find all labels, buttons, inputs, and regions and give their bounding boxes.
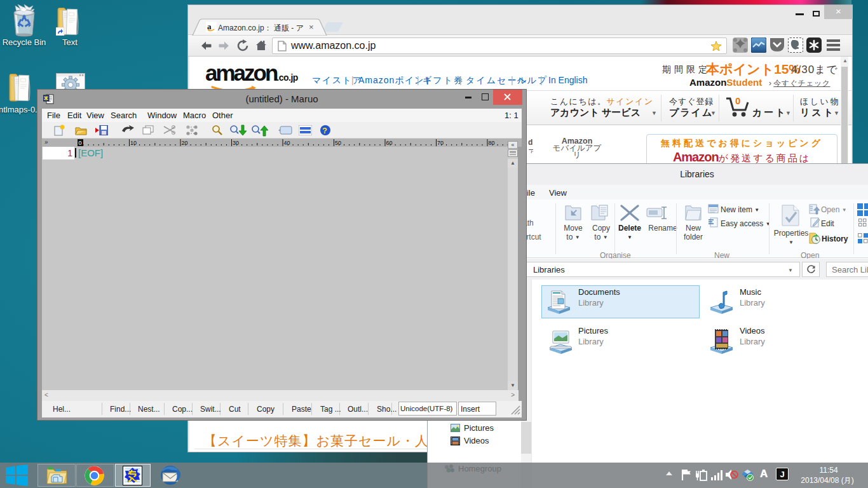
- svg-text:50: 50: [335, 140, 341, 146]
- svg-text:40: 40: [284, 140, 290, 146]
- svg-text:10: 10: [130, 140, 137, 146]
- svg-text:a: a: [207, 22, 212, 31]
- svg-text:20: 20: [182, 140, 188, 146]
- svg-text:0: 0: [79, 140, 82, 146]
- svg-text:80: 80: [489, 140, 495, 146]
- svg-text:0: 0: [735, 96, 740, 106]
- svg-text:60: 60: [386, 140, 393, 146]
- svg-text:30: 30: [233, 140, 239, 146]
- svg-text:?: ?: [322, 126, 327, 135]
- svg-text:70: 70: [437, 140, 444, 146]
